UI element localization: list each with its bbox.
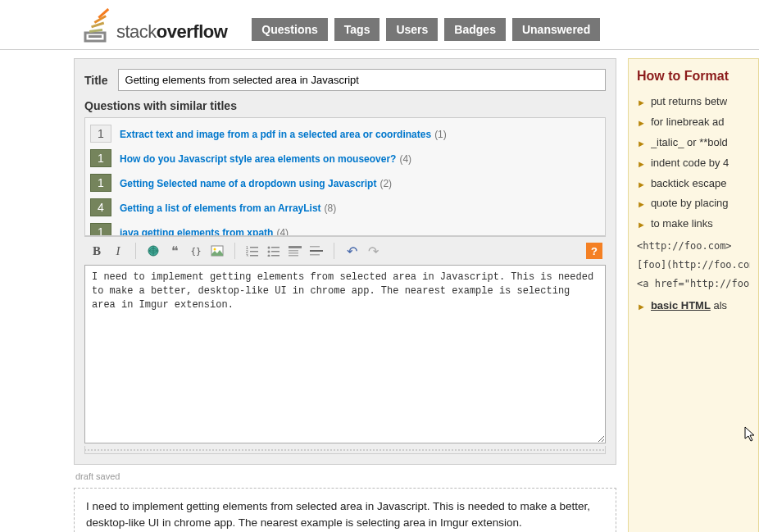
svg-point-19 <box>268 255 270 257</box>
nav-tags[interactable]: Tags <box>334 18 380 41</box>
svg-rect-22 <box>289 250 298 252</box>
svg-rect-26 <box>310 250 323 252</box>
primary-nav: Questions Tags Users Badges Unanswered <box>252 18 600 41</box>
format-tip: put returns betw <box>651 95 727 109</box>
nav-badges[interactable]: Badges <box>444 18 506 41</box>
similar-titles-heading: Questions with similar titles <box>84 99 606 112</box>
svg-rect-20 <box>271 255 280 257</box>
vote-badge: 1 <box>90 149 111 167</box>
bullet-icon: ► <box>637 158 646 170</box>
similar-row[interactable]: 1 Getting Selected name of a dropdown us… <box>85 171 605 195</box>
nav-questions[interactable]: Questions <box>252 18 327 41</box>
body-editor[interactable] <box>84 265 606 443</box>
bullet-icon: ► <box>637 138 646 149</box>
answer-count: (1) <box>434 129 447 140</box>
svg-rect-16 <box>271 247 280 248</box>
bullet-icon: ► <box>637 198 646 210</box>
italic-button[interactable]: I <box>109 242 127 260</box>
title-label: Title <box>84 74 108 87</box>
unordered-list-button[interactable] <box>265 242 283 260</box>
format-code-example: [foo](http://foo.com <box>637 258 750 272</box>
editor-toolbar: B I ❝ {} 123 <box>84 236 606 265</box>
svg-point-8 <box>214 248 216 251</box>
similar-row[interactable]: 1 How do you Javascript style area eleme… <box>85 146 605 171</box>
answer-count: (4) <box>399 153 411 165</box>
similar-titles-list[interactable]: 1 Extract text and image from a pdf in a… <box>84 117 606 236</box>
format-code-example: <http://foo.com> <box>637 239 750 253</box>
svg-rect-1 <box>89 35 102 38</box>
bullet-icon: ► <box>637 97 646 108</box>
redo-button[interactable]: ↷ <box>364 242 382 260</box>
format-help-sidebar: How to Format ►put returns betw ►for lin… <box>628 58 759 532</box>
format-code-example: <a href="http://foo. <box>637 277 750 291</box>
toolbar-separator <box>334 243 334 259</box>
basic-html-link[interactable]: basic HTML <box>651 299 711 311</box>
format-tip: indent code by 4 <box>651 157 729 171</box>
similar-link[interactable]: Getting Selected name of a dropdown usin… <box>120 178 376 189</box>
logo[interactable]: stackoverflow <box>82 8 227 43</box>
editor-help-button[interactable]: ? <box>586 243 602 259</box>
svg-rect-24 <box>289 255 298 257</box>
format-tip: to make links <box>651 217 713 231</box>
svg-text:3: 3 <box>246 253 248 257</box>
bold-button[interactable]: B <box>88 242 106 260</box>
svg-rect-25 <box>310 246 320 248</box>
format-tip: _italic_ or **bold <box>651 136 728 150</box>
title-input[interactable] <box>118 69 606 91</box>
main-column: Title Questions with similar titles 1 Ex… <box>74 58 616 532</box>
quote-button[interactable]: ❝ <box>166 242 184 260</box>
svg-rect-27 <box>310 254 320 256</box>
bullet-icon: ► <box>637 179 646 190</box>
similar-row[interactable]: 1 Extract text and image from a pdf in a… <box>85 121 605 146</box>
svg-rect-18 <box>271 251 280 252</box>
ask-panel: Title Questions with similar titles 1 Ex… <box>74 58 616 465</box>
svg-rect-3 <box>91 22 104 29</box>
bullet-icon: ► <box>637 117 646 129</box>
header: stackoverflow Questions Tags Users Badge… <box>0 8 759 50</box>
svg-rect-10 <box>250 247 258 248</box>
format-tip: quote by placing <box>651 197 729 211</box>
logo-text: stackoverflow <box>116 21 227 43</box>
ordered-list-button[interactable]: 123 <box>243 242 261 260</box>
similar-link[interactable]: Extract text and image from a pdf in a s… <box>120 129 431 140</box>
svg-rect-21 <box>289 246 302 248</box>
toolbar-separator <box>234 243 235 259</box>
similar-link[interactable]: java getting elements from xpath <box>120 227 273 237</box>
vote-badge: 1 <box>90 125 111 143</box>
draft-saved-label: draft saved <box>74 465 616 488</box>
undo-button[interactable]: ↶ <box>343 242 361 260</box>
nav-users[interactable]: Users <box>386 18 438 41</box>
format-tip: backtick escape <box>651 177 727 191</box>
similar-row[interactable]: 1 java getting elements from xpath(4) <box>85 220 605 236</box>
image-button[interactable] <box>208 242 226 260</box>
nav-unanswered[interactable]: Unanswered <box>512 18 600 41</box>
answer-count: (8) <box>325 202 337 214</box>
similar-link[interactable]: How do you Javascript style area element… <box>120 153 396 165</box>
toolbar-separator <box>135 243 136 259</box>
resize-grippie[interactable] <box>84 446 606 454</box>
bullet-icon: ► <box>637 301 646 312</box>
svg-rect-14 <box>250 255 258 257</box>
svg-rect-23 <box>289 252 298 254</box>
svg-rect-12 <box>250 251 258 252</box>
stackoverflow-icon <box>82 8 113 43</box>
svg-point-15 <box>268 247 270 249</box>
answer-count: (4) <box>276 227 289 237</box>
vote-badge: 1 <box>90 174 111 192</box>
vote-badge: 1 <box>90 223 111 236</box>
preview-pane: I need to implement getting elements fro… <box>74 488 616 532</box>
sidebar-title: How to Format <box>637 69 750 84</box>
vote-badge: 4 <box>90 198 111 216</box>
heading-button[interactable] <box>286 242 304 260</box>
similar-link[interactable]: Getting a list of elements from an Array… <box>120 202 321 214</box>
link-button[interactable] <box>144 242 162 260</box>
format-tip: basic HTML als <box>651 299 727 313</box>
similar-row[interactable]: 4 Getting a list of elements from an Arr… <box>85 195 605 220</box>
hr-button[interactable] <box>307 242 325 260</box>
format-tip: for linebreak ad <box>651 116 725 130</box>
code-button[interactable]: {} <box>187 242 205 260</box>
bullet-icon: ► <box>637 219 646 230</box>
svg-point-17 <box>268 251 270 253</box>
answer-count: (2) <box>380 178 392 189</box>
